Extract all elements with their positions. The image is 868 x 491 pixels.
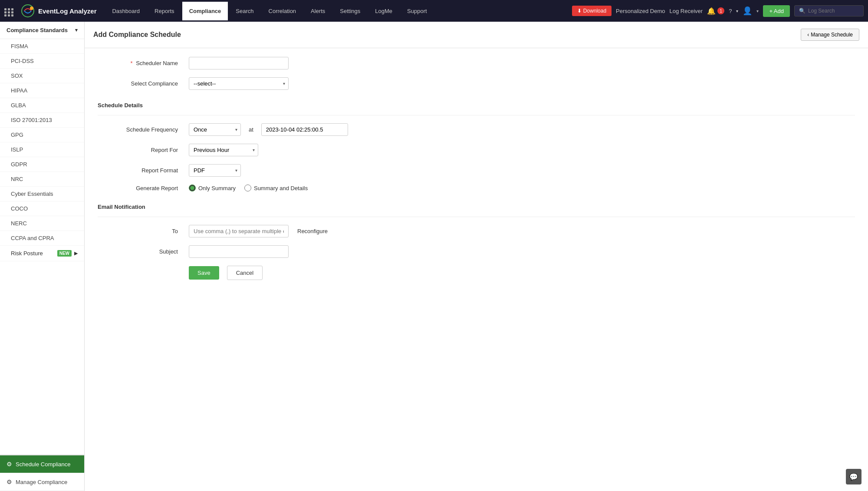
sidebar-item-fisma[interactable]: FISMA [0,39,84,54]
generate-report-options: Only Summary Summary and Details [189,185,308,191]
nav-alerts[interactable]: Alerts [304,2,332,20]
schedule-frequency-dropdown[interactable]: Once Hourly Daily Weekly Monthly [189,123,241,136]
brand: EventLog Analyzer [4,4,96,18]
save-button[interactable]: Save [189,266,219,280]
personalized-demo-link[interactable]: Personalized Demo [616,8,665,14]
scheduler-name-row: * Scheduler Name [98,57,855,69]
schedule-frequency-label: Schedule Frequency [98,126,184,133]
report-format-label: Report Format [98,167,184,174]
to-email-input[interactable] [189,225,289,237]
reconfigure-link[interactable]: Reconfigure [297,228,328,234]
new-badge: NEW [57,250,72,257]
manage-schedule-button[interactable]: ‹ Manage Schedule [801,29,859,41]
help-dropdown-icon[interactable]: ▾ [736,9,738,13]
sidebar-manage-compliance[interactable]: ⚙ Manage Compliance [0,473,84,491]
help-button[interactable]: ? [729,8,732,14]
sidebar-item-risk-posture[interactable]: Risk Posture NEW ▶ [0,246,84,261]
user-icon[interactable]: 👤 [743,6,752,16]
svg-point-1 [30,7,33,10]
chat-button[interactable]: 💬 [846,469,861,484]
download-button[interactable]: ⬇ Download [572,6,612,16]
sidebar-item-coco[interactable]: COCO [0,201,84,216]
summary-details-radio[interactable] [244,185,251,191]
only-summary-option[interactable]: Only Summary [189,185,236,191]
form-section: * Scheduler Name Select Compliance --sel… [85,48,868,297]
scheduler-name-input[interactable] [189,57,289,69]
nav-search[interactable]: Search [229,2,260,20]
sidebar-item-islp[interactable]: ISLP [0,142,84,157]
nav-logme[interactable]: LogMe [368,2,399,20]
to-row: To Reconfigure [98,225,855,237]
sidebar-item-ccpa-cpra[interactable]: CCPA and CPRA [0,231,84,246]
nav-reports[interactable]: Reports [148,2,181,20]
sidebar-item-gpg[interactable]: GPG [0,128,84,142]
nav-compliance[interactable]: Compliance [182,2,228,20]
content-area: Add Compliance Schedule ‹ Manage Schedul… [85,22,868,491]
sidebar-item-pci-dss[interactable]: PCI-DSS [0,54,84,69]
sidebar-item-cyber-essentials[interactable]: Cyber Essentials [0,187,84,201]
report-for-label: Report For [98,147,184,153]
only-summary-radio[interactable] [189,185,196,191]
sidebar-item-gdpr[interactable]: GDPR [0,157,84,172]
chat-icon: 💬 [849,473,858,481]
report-for-dropdown[interactable]: Previous Hour Previous Day Previous Week… [189,144,258,156]
report-format-dropdown[interactable]: PDF CSV XLS [189,164,241,177]
page-title: Add Compliance Schedule [93,31,181,39]
add-button[interactable]: + Add [763,5,790,17]
nav-support[interactable]: Support [400,2,434,20]
to-label: To [98,228,184,234]
nav-items: Dashboard Reports Compliance Search Corr… [105,2,572,20]
select-compliance-wrapper: --select-- ▾ [189,77,289,90]
frequency-wrapper: Once Hourly Daily Weekly Monthly ▾ [189,123,241,136]
main-layout: Compliance Standards ▾ FISMA PCI-DSS SOX… [0,22,868,491]
nav-correlation[interactable]: Correlation [262,2,303,20]
grid-menu-icon[interactable] [4,5,14,16]
report-for-row: Report For Previous Hour Previous Day Pr… [98,144,855,156]
notification-area: 🔔 1 [707,7,724,15]
gear-icon: ⚙ [7,461,12,468]
chevron-right-icon: ▶ [74,250,78,256]
chevron-down-icon: ▾ [75,27,78,33]
nav-settings[interactable]: Settings [333,2,367,20]
sidebar-bottom: ⚙ Schedule Compliance ⚙ Manage Complianc… [0,455,84,491]
action-buttons-row: Save Cancel [189,266,855,280]
search-icon: 🔍 [799,8,806,14]
nav-dashboard[interactable]: Dashboard [105,2,147,20]
bell-icon[interactable]: 🔔 [707,7,716,15]
content-header: Add Compliance Schedule ‹ Manage Schedul… [85,22,868,48]
summary-and-details-option[interactable]: Summary and Details [244,185,308,191]
gear-icon-manage: ⚙ [7,478,12,485]
log-search-box[interactable]: 🔍 [794,5,864,16]
log-receiver-link[interactable]: Log Receiver [670,8,703,14]
subject-input[interactable] [189,245,289,258]
subject-label: Subject [98,248,184,255]
generate-report-label: Generate Report [98,185,184,191]
compliance-standards-header[interactable]: Compliance Standards ▾ [0,22,84,39]
select-compliance-dropdown[interactable]: --select-- [189,77,289,90]
navbar-right: ⬇ Download Personalized Demo Log Receive… [572,5,864,17]
email-notification-header: Email Notification [98,199,855,217]
sidebar-item-glba[interactable]: GLBA [0,98,84,113]
user-dropdown-icon[interactable]: ▾ [756,9,759,13]
cancel-button[interactable]: Cancel [227,266,263,280]
report-format-wrapper: PDF CSV XLS ▾ [189,164,241,177]
required-star: * [130,60,132,66]
sidebar-schedule-compliance[interactable]: ⚙ Schedule Compliance [0,455,84,473]
sidebar-item-hipaa[interactable]: HIPAA [0,83,84,98]
navbar: EventLog Analyzer Dashboard Reports Comp… [0,0,868,22]
schedule-time-input[interactable] [261,123,348,136]
generate-report-row: Generate Report Only Summary Summary and… [98,185,855,191]
schedule-details-header: Schedule Details [98,98,855,115]
scheduler-name-label: * Scheduler Name [98,60,184,66]
log-search-input[interactable] [808,8,852,14]
chevron-left-icon: ‹ [807,32,809,38]
sidebar-item-sox[interactable]: SOX [0,69,84,83]
at-label: at [249,126,253,133]
select-compliance-label: Select Compliance [98,80,184,87]
sidebar-item-nerc[interactable]: NERC [0,216,84,231]
sidebar-item-nrc[interactable]: NRC [0,172,84,187]
notification-badge: 1 [717,7,724,14]
sidebar-item-iso27001[interactable]: ISO 27001:2013 [0,113,84,128]
brand-logo-icon [21,4,35,18]
brand-name: EventLog Analyzer [38,7,96,15]
